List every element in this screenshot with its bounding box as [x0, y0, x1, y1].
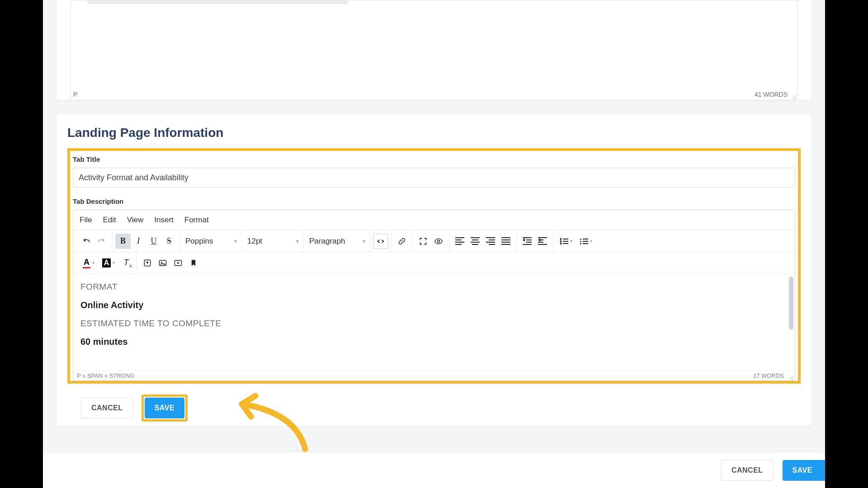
- align-left-button[interactable]: [452, 234, 467, 249]
- chevron-down-icon: ▾: [234, 238, 237, 244]
- outdent-button[interactable]: [519, 234, 535, 249]
- toolbar-row-1: B I U S Poppins▾ 12pt▾ Paragr: [73, 230, 795, 252]
- bold-button[interactable]: B: [115, 234, 131, 249]
- resize-handle-icon[interactable]: [788, 373, 794, 380]
- upper-editor-card: P 41 WORDS: [57, 0, 811, 100]
- background-color-button[interactable]: A ▾: [99, 255, 118, 271]
- word-count: 17 WORDS: [753, 372, 784, 379]
- bullet-list-button[interactable]: ▾: [576, 234, 596, 249]
- menu-view[interactable]: View: [127, 216, 144, 225]
- element-path: P » SPAN » STRONG: [77, 372, 134, 379]
- font-size-value: 12pt: [247, 237, 262, 246]
- footer-cancel-button[interactable]: CANCEL: [721, 460, 774, 481]
- indent-button[interactable]: [535, 234, 550, 249]
- page-footer-actions: CANCEL SAVE: [43, 452, 825, 488]
- align-right-button[interactable]: [483, 234, 498, 249]
- font-family-value: Poppins: [185, 237, 213, 246]
- page-root: P 41 WORDS Landing Page Information Tab …: [43, 0, 825, 488]
- upload-button[interactable]: [140, 255, 155, 271]
- preview-button[interactable]: [431, 234, 446, 249]
- toolbar-row-2: A ▾ A ▾ Tx: [73, 252, 795, 274]
- content-line: 60 minutes: [80, 337, 788, 347]
- source-code-button[interactable]: [373, 234, 388, 249]
- tab-title-label: Tab Title: [73, 155, 798, 163]
- chevron-down-icon: ▾: [296, 238, 299, 244]
- selected-text-fragment: [87, 0, 348, 4]
- block-format-value: Paragraph: [309, 237, 345, 246]
- footer-save-button[interactable]: SAVE: [783, 460, 825, 481]
- form-actions: CANCEL SAVE: [81, 394, 801, 422]
- chevron-down-icon: ▾: [92, 260, 94, 265]
- chevron-down-icon: ▾: [590, 239, 592, 244]
- menu-insert[interactable]: Insert: [154, 216, 174, 225]
- media-button[interactable]: [170, 255, 186, 271]
- tab-description-label: Tab Description: [73, 197, 798, 205]
- annotation-save-highlight: SAVE: [142, 394, 188, 422]
- upper-editor-wordcount: 41 WORDS: [755, 91, 788, 98]
- font-size-select[interactable]: 12pt▾: [242, 234, 303, 249]
- editor-content-area[interactable]: FORMAT Online Activity ESTIMATED TIME TO…: [73, 274, 795, 371]
- align-justify-button[interactable]: [498, 234, 514, 249]
- font-family-select[interactable]: Poppins▾: [180, 234, 241, 249]
- text-color-button[interactable]: A ▾: [79, 255, 99, 271]
- menu-file[interactable]: File: [80, 216, 92, 225]
- fullscreen-button[interactable]: [415, 234, 431, 249]
- menu-format[interactable]: Format: [184, 216, 209, 225]
- block-format-select[interactable]: Paragraph▾: [304, 234, 370, 249]
- chevron-down-icon: ▾: [570, 239, 572, 244]
- clear-formatting-button[interactable]: Tx: [118, 255, 134, 271]
- align-center-button[interactable]: [467, 234, 483, 249]
- link-button[interactable]: [394, 234, 410, 249]
- underline-button[interactable]: U: [146, 234, 161, 249]
- editor-statusbar: P » SPAN » STRONG 17 WORDS: [73, 371, 795, 380]
- section-heading: Landing Page Information: [67, 126, 801, 140]
- upper-editor-path: P: [73, 91, 77, 98]
- content-heading: ESTIMATED TIME TO COMPLETE: [80, 319, 788, 328]
- cancel-button[interactable]: CANCEL: [81, 398, 133, 418]
- italic-button[interactable]: I: [131, 234, 146, 249]
- undo-icon[interactable]: [79, 234, 94, 249]
- content-line: Online Activity: [80, 300, 788, 310]
- numbered-list-button[interactable]: ▾: [556, 234, 576, 249]
- annotation-highlight-box: Tab Title Tab Description File Edit View…: [67, 148, 801, 384]
- scrollbar-thumb[interactable]: [789, 277, 793, 330]
- chevron-down-icon: ▾: [363, 238, 365, 244]
- editor-menubar: File Edit View Insert Format: [73, 210, 795, 230]
- landing-page-card: Landing Page Information Tab Title Tab D…: [57, 115, 811, 426]
- rich-text-editor: File Edit View Insert Format: [73, 210, 795, 381]
- content-heading: FORMAT: [80, 282, 788, 292]
- resize-handle-icon[interactable]: [790, 93, 797, 99]
- chevron-down-icon: ▾: [113, 260, 115, 265]
- tab-title-input[interactable]: [73, 168, 795, 188]
- redo-icon[interactable]: [94, 234, 109, 249]
- upper-editor-body: P 41 WORDS: [70, 0, 798, 100]
- bookmark-button[interactable]: [186, 255, 201, 271]
- svg-point-0: [438, 240, 440, 242]
- image-button[interactable]: [155, 255, 170, 271]
- strikethrough-button[interactable]: S: [161, 234, 177, 249]
- save-button[interactable]: SAVE: [145, 398, 184, 418]
- menu-edit[interactable]: Edit: [103, 216, 116, 225]
